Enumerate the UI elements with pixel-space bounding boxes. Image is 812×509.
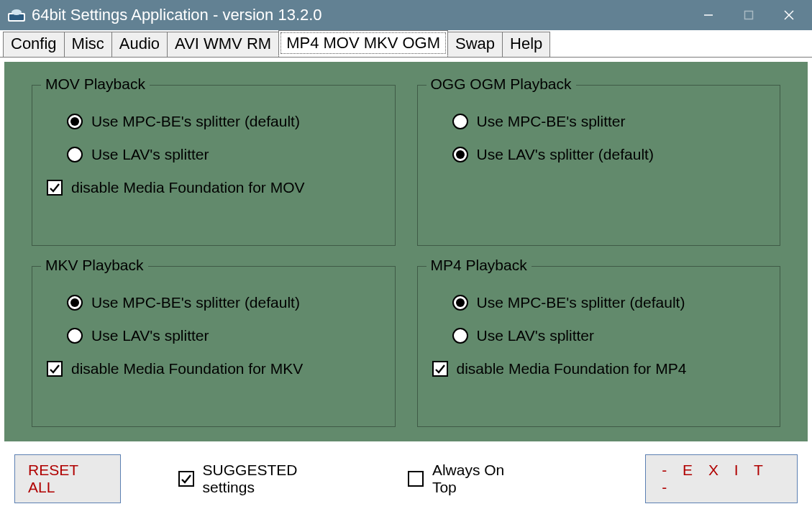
radio-icon — [67, 147, 83, 162]
svg-rect-4 — [745, 12, 753, 19]
tab-avi[interactable]: AVI WMV RM — [167, 32, 279, 58]
app-icon — [7, 8, 26, 22]
radio-icon — [67, 328, 83, 344]
checkbox-label: disable Media Foundation for MOV — [71, 179, 305, 196]
radio-icon — [452, 147, 468, 162]
tab-help[interactable]: Help — [502, 32, 550, 58]
svg-rect-1 — [9, 14, 24, 20]
checkbox-icon — [408, 471, 424, 487]
mov-radio-lav[interactable]: Use LAV's splitter — [67, 146, 382, 163]
checkbox-label: disable Media Foundation for MP4 — [457, 360, 687, 377]
mkv-disable-mf-checkbox[interactable]: disable Media Foundation for MKV — [47, 360, 382, 377]
group-title-ogg: OGG OGM Playback — [426, 75, 576, 93]
group-ogg: OGG OGM Playback Use MPC-BE's splitter U… — [417, 85, 781, 246]
tab-swap[interactable]: Swap — [447, 32, 503, 58]
titlebar: 64bit Settings Application - version 13.… — [0, 0, 812, 30]
settings-panel: MOV Playback Use MPC-BE's splitter (defa… — [4, 62, 808, 441]
suggested-settings-checkbox[interactable]: SUGGESTED settings — [178, 462, 350, 496]
minimize-button[interactable] — [688, 0, 729, 30]
radio-label: Use MPC-BE's splitter — [477, 113, 626, 130]
always-on-top-checkbox[interactable]: Always On Top — [408, 462, 530, 496]
ogg-radio-lav[interactable]: Use LAV's splitter (default) — [452, 146, 767, 163]
reset-all-button[interactable]: RESET ALL — [14, 454, 121, 503]
checkbox-icon — [47, 180, 63, 196]
radio-label: Use LAV's splitter — [91, 327, 209, 344]
window-title: 64bit Settings Application - version 13.… — [32, 6, 688, 24]
group-title-mov: MOV Playback — [41, 75, 150, 93]
radio-icon — [67, 114, 83, 129]
window-controls — [688, 0, 809, 30]
checkbox-icon — [432, 361, 448, 377]
mov-disable-mf-checkbox[interactable]: disable Media Foundation for MOV — [47, 179, 382, 196]
checkbox-label: disable Media Foundation for MKV — [71, 360, 303, 377]
mkv-radio-mpcbe[interactable]: Use MPC-BE's splitter (default) — [67, 294, 382, 311]
mov-radio-mpcbe[interactable]: Use MPC-BE's splitter (default) — [67, 113, 382, 130]
mp4-radio-lav[interactable]: Use LAV's splitter — [452, 327, 767, 344]
group-mov: MOV Playback Use MPC-BE's splitter (defa… — [32, 85, 396, 246]
mp4-radio-mpcbe[interactable]: Use MPC-BE's splitter (default) — [452, 294, 767, 311]
exit-button[interactable]: - E X I T - — [645, 454, 798, 503]
radio-label: Use MPC-BE's splitter (default) — [477, 294, 685, 311]
radio-icon — [452, 295, 468, 311]
radio-icon — [67, 295, 83, 311]
mkv-radio-lav[interactable]: Use LAV's splitter — [67, 327, 382, 344]
tab-config[interactable]: Config — [3, 32, 65, 58]
radio-label: Use MPC-BE's splitter (default) — [91, 113, 300, 130]
maximize-button[interactable] — [729, 0, 769, 30]
group-title-mkv: MKV Playback — [41, 257, 148, 274]
radio-icon — [452, 328, 468, 344]
tab-audio[interactable]: Audio — [111, 32, 168, 58]
svg-point-2 — [12, 9, 22, 15]
tab-page: MOV Playback Use MPC-BE's splitter (defa… — [0, 58, 812, 509]
mp4-disable-mf-checkbox[interactable]: disable Media Foundation for MP4 — [432, 360, 767, 377]
checkbox-icon — [178, 471, 194, 487]
checkbox-label: Always On Top — [432, 462, 530, 496]
group-mp4: MP4 Playback Use MPC-BE's splitter (defa… — [417, 266, 781, 427]
checkbox-label: SUGGESTED settings — [203, 462, 350, 496]
radio-label: Use LAV's splitter — [477, 327, 595, 344]
group-title-mp4: MP4 Playback — [426, 257, 532, 274]
tab-misc[interactable]: Misc — [64, 32, 112, 58]
tab-mp4[interactable]: MP4 MOV MKV OGM — [278, 30, 448, 56]
radio-label: Use LAV's splitter — [91, 146, 209, 163]
tabstrip: Config Misc Audio AVI WMV RM MP4 MOV MKV… — [0, 30, 812, 56]
group-mkv: MKV Playback Use MPC-BE's splitter (defa… — [32, 266, 396, 427]
footer: RESET ALL SUGGESTED settings Always On T… — [4, 441, 808, 509]
close-button[interactable] — [769, 0, 809, 30]
checkbox-icon — [47, 361, 63, 377]
radio-label: Use MPC-BE's splitter (default) — [91, 294, 300, 311]
ogg-radio-mpcbe[interactable]: Use MPC-BE's splitter — [452, 113, 767, 130]
radio-icon — [452, 114, 468, 129]
radio-label: Use LAV's splitter (default) — [477, 146, 654, 163]
